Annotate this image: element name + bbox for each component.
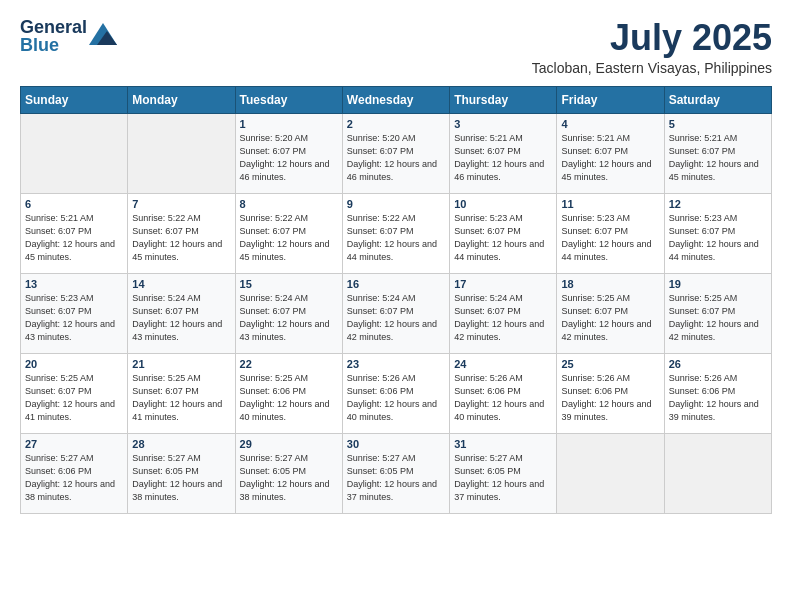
sunrise-text: Sunrise: 5:22 AM <box>132 212 230 225</box>
calendar-cell: 18Sunrise: 5:25 AMSunset: 6:07 PMDayligh… <box>557 273 664 353</box>
daylight-text: Daylight: 12 hours and 38 minutes. <box>132 478 230 504</box>
daylight-text: Daylight: 12 hours and 46 minutes. <box>454 158 552 184</box>
sunset-text: Sunset: 6:07 PM <box>132 385 230 398</box>
calendar-cell: 11Sunrise: 5:23 AMSunset: 6:07 PMDayligh… <box>557 193 664 273</box>
daylight-text: Daylight: 12 hours and 40 minutes. <box>240 398 338 424</box>
sunset-text: Sunset: 6:06 PM <box>669 385 767 398</box>
sunset-text: Sunset: 6:07 PM <box>454 305 552 318</box>
calendar-cell: 8Sunrise: 5:22 AMSunset: 6:07 PMDaylight… <box>235 193 342 273</box>
daylight-text: Daylight: 12 hours and 44 minutes. <box>561 238 659 264</box>
day-info: Sunrise: 5:23 AMSunset: 6:07 PMDaylight:… <box>561 212 659 264</box>
calendar-cell: 1Sunrise: 5:20 AMSunset: 6:07 PMDaylight… <box>235 113 342 193</box>
sunset-text: Sunset: 6:07 PM <box>25 385 123 398</box>
logo-blue-text: Blue <box>20 36 87 54</box>
sunrise-text: Sunrise: 5:23 AM <box>454 212 552 225</box>
day-number: 11 <box>561 198 659 210</box>
day-info: Sunrise: 5:24 AMSunset: 6:07 PMDaylight:… <box>454 292 552 344</box>
day-number: 24 <box>454 358 552 370</box>
sunset-text: Sunset: 6:07 PM <box>347 305 445 318</box>
calendar-week-row: 13Sunrise: 5:23 AMSunset: 6:07 PMDayligh… <box>21 273 772 353</box>
day-info: Sunrise: 5:24 AMSunset: 6:07 PMDaylight:… <box>347 292 445 344</box>
weekday-header-wednesday: Wednesday <box>342 86 449 113</box>
calendar-cell: 6Sunrise: 5:21 AMSunset: 6:07 PMDaylight… <box>21 193 128 273</box>
daylight-text: Daylight: 12 hours and 46 minutes. <box>347 158 445 184</box>
day-number: 30 <box>347 438 445 450</box>
sunset-text: Sunset: 6:07 PM <box>240 225 338 238</box>
calendar-cell: 9Sunrise: 5:22 AMSunset: 6:07 PMDaylight… <box>342 193 449 273</box>
sunrise-text: Sunrise: 5:27 AM <box>240 452 338 465</box>
day-number: 12 <box>669 198 767 210</box>
calendar-cell <box>128 113 235 193</box>
day-number: 25 <box>561 358 659 370</box>
calendar-week-row: 6Sunrise: 5:21 AMSunset: 6:07 PMDaylight… <box>21 193 772 273</box>
day-number: 1 <box>240 118 338 130</box>
sunset-text: Sunset: 6:07 PM <box>132 225 230 238</box>
calendar-page: General Blue July 2025 Tacloban, Eastern… <box>0 0 792 612</box>
logo-icon <box>89 23 117 45</box>
day-number: 29 <box>240 438 338 450</box>
calendar-cell: 2Sunrise: 5:20 AMSunset: 6:07 PMDaylight… <box>342 113 449 193</box>
sunrise-text: Sunrise: 5:20 AM <box>347 132 445 145</box>
day-number: 2 <box>347 118 445 130</box>
day-info: Sunrise: 5:26 AMSunset: 6:06 PMDaylight:… <box>561 372 659 424</box>
daylight-text: Daylight: 12 hours and 42 minutes. <box>454 318 552 344</box>
daylight-text: Daylight: 12 hours and 43 minutes. <box>25 318 123 344</box>
sunset-text: Sunset: 6:05 PM <box>240 465 338 478</box>
sunrise-text: Sunrise: 5:26 AM <box>454 372 552 385</box>
weekday-header-sunday: Sunday <box>21 86 128 113</box>
day-number: 9 <box>347 198 445 210</box>
day-number: 6 <box>25 198 123 210</box>
sunrise-text: Sunrise: 5:21 AM <box>25 212 123 225</box>
weekday-header-thursday: Thursday <box>450 86 557 113</box>
sunrise-text: Sunrise: 5:27 AM <box>454 452 552 465</box>
weekday-header-row: SundayMondayTuesdayWednesdayThursdayFrid… <box>21 86 772 113</box>
daylight-text: Daylight: 12 hours and 45 minutes. <box>25 238 123 264</box>
sunset-text: Sunset: 6:07 PM <box>669 145 767 158</box>
calendar-week-row: 27Sunrise: 5:27 AMSunset: 6:06 PMDayligh… <box>21 433 772 513</box>
calendar-cell: 21Sunrise: 5:25 AMSunset: 6:07 PMDayligh… <box>128 353 235 433</box>
daylight-text: Daylight: 12 hours and 44 minutes. <box>669 238 767 264</box>
calendar-cell: 27Sunrise: 5:27 AMSunset: 6:06 PMDayligh… <box>21 433 128 513</box>
calendar-cell: 22Sunrise: 5:25 AMSunset: 6:06 PMDayligh… <box>235 353 342 433</box>
day-number: 31 <box>454 438 552 450</box>
sunrise-text: Sunrise: 5:27 AM <box>25 452 123 465</box>
day-info: Sunrise: 5:25 AMSunset: 6:07 PMDaylight:… <box>25 372 123 424</box>
day-info: Sunrise: 5:22 AMSunset: 6:07 PMDaylight:… <box>240 212 338 264</box>
calendar-cell: 20Sunrise: 5:25 AMSunset: 6:07 PMDayligh… <box>21 353 128 433</box>
daylight-text: Daylight: 12 hours and 44 minutes. <box>347 238 445 264</box>
sunset-text: Sunset: 6:07 PM <box>240 145 338 158</box>
sunset-text: Sunset: 6:07 PM <box>240 305 338 318</box>
sunrise-text: Sunrise: 5:26 AM <box>347 372 445 385</box>
day-info: Sunrise: 5:20 AMSunset: 6:07 PMDaylight:… <box>240 132 338 184</box>
sunset-text: Sunset: 6:07 PM <box>561 145 659 158</box>
day-number: 21 <box>132 358 230 370</box>
day-number: 26 <box>669 358 767 370</box>
day-number: 8 <box>240 198 338 210</box>
sunset-text: Sunset: 6:07 PM <box>669 225 767 238</box>
day-info: Sunrise: 5:24 AMSunset: 6:07 PMDaylight:… <box>132 292 230 344</box>
sunset-text: Sunset: 6:06 PM <box>454 385 552 398</box>
calendar-cell: 12Sunrise: 5:23 AMSunset: 6:07 PMDayligh… <box>664 193 771 273</box>
daylight-text: Daylight: 12 hours and 42 minutes. <box>347 318 445 344</box>
day-info: Sunrise: 5:23 AMSunset: 6:07 PMDaylight:… <box>454 212 552 264</box>
daylight-text: Daylight: 12 hours and 43 minutes. <box>132 318 230 344</box>
sunrise-text: Sunrise: 5:25 AM <box>132 372 230 385</box>
day-info: Sunrise: 5:25 AMSunset: 6:07 PMDaylight:… <box>561 292 659 344</box>
day-info: Sunrise: 5:27 AMSunset: 6:05 PMDaylight:… <box>240 452 338 504</box>
calendar-week-row: 20Sunrise: 5:25 AMSunset: 6:07 PMDayligh… <box>21 353 772 433</box>
day-info: Sunrise: 5:27 AMSunset: 6:06 PMDaylight:… <box>25 452 123 504</box>
logo: General Blue <box>20 18 117 54</box>
calendar-cell: 17Sunrise: 5:24 AMSunset: 6:07 PMDayligh… <box>450 273 557 353</box>
day-info: Sunrise: 5:22 AMSunset: 6:07 PMDaylight:… <box>132 212 230 264</box>
day-number: 22 <box>240 358 338 370</box>
day-number: 4 <box>561 118 659 130</box>
day-number: 5 <box>669 118 767 130</box>
day-info: Sunrise: 5:22 AMSunset: 6:07 PMDaylight:… <box>347 212 445 264</box>
sunrise-text: Sunrise: 5:25 AM <box>240 372 338 385</box>
daylight-text: Daylight: 12 hours and 40 minutes. <box>454 398 552 424</box>
sunrise-text: Sunrise: 5:23 AM <box>561 212 659 225</box>
day-info: Sunrise: 5:25 AMSunset: 6:06 PMDaylight:… <box>240 372 338 424</box>
sunrise-text: Sunrise: 5:21 AM <box>454 132 552 145</box>
day-info: Sunrise: 5:21 AMSunset: 6:07 PMDaylight:… <box>454 132 552 184</box>
sunrise-text: Sunrise: 5:25 AM <box>669 292 767 305</box>
